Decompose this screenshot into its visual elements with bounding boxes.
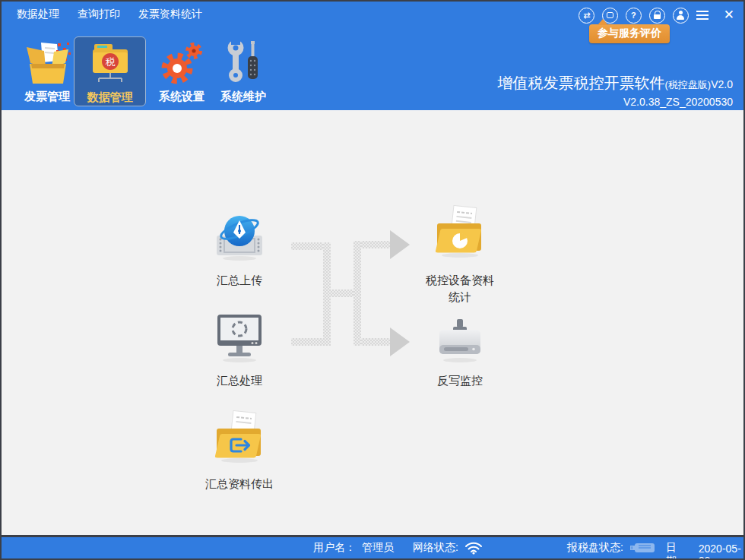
- node-label: 税控设备资料统计: [423, 272, 496, 305]
- wifi-icon: [464, 541, 483, 555]
- tooltip-tail: [598, 19, 608, 25]
- status-network: 网络状态:: [413, 541, 483, 555]
- app-title-main: 增值税发票税控开票软件: [498, 74, 665, 91]
- app-window: 数据处理 查询打印 发票资料统计 ⇄ ? ✕ 参与服务评价: [0, 0, 745, 560]
- question-glyph: ?: [631, 11, 636, 20]
- node-summary-export[interactable]: 汇总资料传出: [190, 410, 289, 492]
- tooltip-text: 参与服务评价: [598, 27, 661, 39]
- close-button[interactable]: ✕: [724, 8, 734, 23]
- menu-query-print[interactable]: 查询打印: [78, 8, 120, 21]
- help-icon[interactable]: ?: [626, 8, 642, 24]
- flow-pipe: [323, 242, 331, 346]
- svg-text:税: 税: [105, 56, 115, 68]
- folder-statistics-icon: [428, 205, 492, 264]
- node-label: 汇总处理: [217, 372, 262, 389]
- lock-icon[interactable]: [649, 8, 665, 24]
- user-label: 用户名：: [313, 541, 356, 555]
- main-area: 汇总上传 税控设备资料统计: [2, 110, 743, 535]
- flow-pipe: [291, 338, 331, 346]
- usb-drive-icon: [629, 541, 657, 555]
- user-value: 管理员: [362, 541, 394, 555]
- node-label: 汇总资料传出: [205, 476, 274, 492]
- app-title-edition: (税控盘版): [665, 79, 712, 90]
- app-title-version: V2.0: [711, 78, 733, 90]
- folder-export-icon: [209, 410, 270, 468]
- gears-icon: [147, 36, 216, 87]
- monitor-refresh-icon: [213, 312, 266, 365]
- flow-arrow-bottom: [390, 327, 410, 356]
- user-icon[interactable]: [673, 8, 689, 24]
- status-date: 日期： 2020-05-28: [666, 541, 743, 560]
- speech-bubble-icon: [607, 12, 613, 18]
- flow-arrow-top: [390, 230, 410, 259]
- status-user: 用户名： 管理员: [313, 541, 394, 555]
- tab-data-management[interactable]: 税 数据管理: [74, 36, 146, 106]
- date-label: 日期：: [666, 541, 693, 560]
- tab-label: 系统设置: [147, 90, 216, 104]
- globe-pen-icon: [212, 211, 267, 264]
- tab-label: 发票管理: [11, 90, 84, 104]
- switch-user-icon[interactable]: ⇄: [579, 8, 594, 24]
- padlock-glyph: [654, 14, 661, 19]
- date-value: 2020-05-28: [699, 543, 743, 560]
- status-tax-disk: 报税盘状态:: [567, 541, 657, 555]
- node-writeback-monitor[interactable]: 反写监控: [411, 316, 509, 389]
- app-build-version: V2.0.38_ZS_20200530: [498, 96, 733, 108]
- tools-icon: [209, 36, 277, 87]
- tab-label: 数据管理: [74, 90, 145, 105]
- node-label: 汇总上传: [217, 272, 262, 289]
- exchange-glyph: ⇄: [583, 11, 589, 21]
- flow-pipe: [361, 338, 392, 346]
- data-folder-icon: 税: [74, 37, 145, 87]
- node-summary-processing[interactable]: 汇总处理: [190, 312, 289, 389]
- flow-pipe: [361, 241, 392, 248]
- menu-invoice-statistics[interactable]: 发票资料统计: [138, 8, 202, 21]
- tab-system-settings[interactable]: 系统设置: [147, 36, 216, 106]
- drive-brush-icon: [433, 316, 487, 365]
- flow-pipe: [331, 289, 355, 297]
- person-glyph: [676, 11, 685, 20]
- tab-system-maintenance[interactable]: 系统维护: [209, 36, 277, 106]
- network-label: 网络状态:: [413, 541, 458, 555]
- menu-hamburger-icon[interactable]: [696, 9, 709, 21]
- tab-invoice-management[interactable]: 发票管理: [11, 36, 84, 106]
- flow-pipe: [353, 241, 361, 346]
- app-title: 增值税发票税控开票软件(税控盘版)V2.0 V2.0.38_ZS_2020053…: [498, 73, 733, 108]
- service-rating-tooltip[interactable]: 参与服务评价: [589, 24, 670, 43]
- node-tax-device-statistics[interactable]: 税控设备资料统计: [411, 205, 509, 305]
- menu-data-processing[interactable]: 数据处理: [17, 8, 59, 21]
- invoice-box-icon: [11, 36, 84, 87]
- taxdisk-label: 报税盘状态:: [567, 541, 623, 555]
- menu-items: 数据处理 查询打印 发票资料统计: [17, 8, 202, 21]
- node-summary-upload[interactable]: 汇总上传: [190, 211, 289, 289]
- tab-label: 系统维护: [209, 90, 277, 104]
- status-bar: 用户名： 管理员 网络状态: 报税盘状态:: [2, 535, 743, 558]
- node-label: 反写监控: [437, 372, 483, 389]
